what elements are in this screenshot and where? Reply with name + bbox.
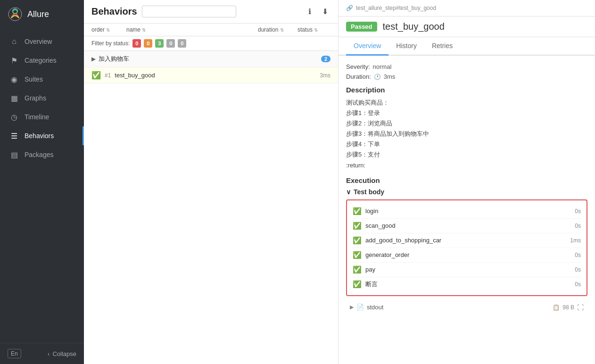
sidebar-item-graphs-label: Graphs bbox=[25, 94, 46, 102]
passed-badge: Passed bbox=[346, 22, 377, 32]
test-row[interactable]: ✅ #1 test_buy_good 3ms bbox=[84, 67, 338, 83]
step-duration-generator: 0s bbox=[575, 252, 581, 258]
sidebar-item-packages[interactable]: ▤ Packages bbox=[0, 145, 84, 164]
timeline-icon: ◷ bbox=[9, 112, 19, 122]
stdout-file-icon: 📄 bbox=[356, 304, 364, 311]
filter-badge-red[interactable]: 0 bbox=[132, 39, 141, 48]
header-icons: ℹ ⬇ bbox=[304, 6, 331, 17]
sidebar-item-categories[interactable]: ⚑ Categories bbox=[0, 51, 84, 70]
stdout-row[interactable]: ▶ 📄 stdout 📋 98 B ⛶ bbox=[346, 301, 587, 314]
suites-icon: ◉ bbox=[9, 74, 19, 84]
order-sort-icon: ⇅ bbox=[106, 27, 110, 33]
col-status[interactable]: status ⇅ bbox=[298, 26, 331, 33]
sidebar-item-graphs[interactable]: ▦ Graphs bbox=[0, 89, 84, 108]
chevron-left-icon: ‹ bbox=[48, 350, 50, 357]
tab-overview[interactable]: Overview bbox=[346, 37, 388, 56]
status-sort-icon: ⇅ bbox=[314, 27, 318, 33]
group-row[interactable]: ▶ 加入购物车 2 bbox=[84, 51, 338, 67]
name-sort-icon: ⇅ bbox=[142, 27, 146, 33]
collapse-label: Collapse bbox=[52, 350, 76, 357]
description-title: Description bbox=[346, 86, 587, 94]
search-input[interactable] bbox=[142, 6, 236, 17]
sidebar-bottom: En ‹ Collapse bbox=[0, 343, 84, 364]
step-check-icon: ✅ bbox=[353, 251, 362, 259]
filter-bar: Filter by status: 0 0 3 0 0 bbox=[84, 36, 338, 51]
stdout-label: stdout bbox=[367, 304, 383, 311]
breadcrumb-link-icon: 🔗 bbox=[346, 5, 353, 11]
group-arrow-icon: ▶ bbox=[91, 56, 96, 62]
test-duration: 3ms bbox=[320, 72, 331, 79]
language-button[interactable]: En bbox=[8, 349, 21, 358]
step-row-pay[interactable]: ✅ pay 0s bbox=[353, 263, 581, 277]
sidebar-item-timeline[interactable]: ◷ Timeline bbox=[0, 108, 84, 126]
sidebar-item-overview[interactable]: ⌂ Overview bbox=[0, 32, 84, 51]
clock-icon: 🕐 bbox=[374, 74, 381, 80]
sidebar-item-overview-label: Overview bbox=[25, 38, 52, 45]
behaviors-header: Behaviors ℹ ⬇ bbox=[84, 0, 338, 24]
test-passed-icon: ✅ bbox=[91, 71, 101, 80]
sidebar-item-categories-label: Categories bbox=[25, 57, 57, 64]
step-name-scan: scan_good bbox=[365, 222, 575, 229]
execution-title: Execution bbox=[346, 176, 587, 184]
sidebar-item-timeline-label: Timeline bbox=[25, 113, 49, 121]
severity-label: Severity: bbox=[346, 63, 370, 70]
step-check-icon: ✅ bbox=[353, 236, 362, 245]
step-row-generator[interactable]: ✅ generator_order 0s bbox=[353, 248, 581, 263]
stdout-arrow-icon: ▶ bbox=[350, 304, 354, 310]
col-order[interactable]: order ⇅ bbox=[91, 26, 124, 33]
step-row-add[interactable]: ✅ add_good_to_shopping_car 1ms bbox=[353, 233, 581, 248]
allure-logo-icon bbox=[8, 7, 23, 22]
filter-badge-gray2[interactable]: 0 bbox=[178, 39, 186, 48]
collapse-button[interactable]: ‹ Collapse bbox=[48, 350, 76, 357]
step-row-scan[interactable]: ✅ scan_good 0s bbox=[353, 219, 581, 233]
stdout-size: 📋 98 B ⛶ bbox=[553, 304, 584, 311]
breadcrumb: test_allure_step#test_buy_good bbox=[356, 5, 436, 11]
duration-label: Duration: bbox=[346, 73, 371, 80]
step-name-login: login bbox=[365, 207, 575, 215]
main-content: Behaviors ℹ ⬇ order ⇅ name ⇅ duratio bbox=[84, 0, 595, 364]
behaviors-panel: Behaviors ℹ ⬇ order ⇅ name ⇅ duratio bbox=[84, 0, 339, 364]
test-title-bar: Passed test_buy_good bbox=[339, 17, 595, 37]
tab-history[interactable]: History bbox=[388, 37, 424, 56]
download-icon[interactable]: ⬇ bbox=[319, 6, 331, 17]
step-row-login[interactable]: ✅ login 0s bbox=[353, 204, 581, 219]
sidebar-item-packages-label: Packages bbox=[25, 151, 53, 158]
step-row-assert[interactable]: ✅ 断言 0s bbox=[353, 277, 581, 291]
filter-label: Filter by status: bbox=[91, 40, 130, 47]
filter-badge-gray[interactable]: 0 bbox=[166, 39, 175, 48]
step-name-pay: pay bbox=[365, 266, 575, 273]
expand-icon[interactable]: ⛶ bbox=[577, 304, 584, 311]
home-icon: ⌂ bbox=[9, 37, 19, 46]
flag-icon: ⚑ bbox=[9, 56, 19, 65]
logo-text: Allure bbox=[27, 9, 49, 19]
info-icon[interactable]: ℹ bbox=[304, 6, 315, 17]
step-duration-pay: 0s bbox=[575, 266, 581, 273]
duration-value: 3ms bbox=[384, 73, 396, 80]
step-check-icon: ✅ bbox=[353, 207, 362, 215]
sidebar-item-behaviors-label: Behaviors bbox=[25, 132, 54, 140]
step-check-icon: ✅ bbox=[353, 280, 362, 289]
sidebar-item-behaviors[interactable]: ☰ Behaviors bbox=[0, 126, 84, 145]
step-duration-add: 1ms bbox=[570, 237, 581, 244]
duration-sort-icon: ⇅ bbox=[280, 27, 284, 33]
filter-badge-green[interactable]: 3 bbox=[155, 39, 164, 48]
step-name-add: add_good_to_shopping_car bbox=[365, 237, 570, 244]
sidebar-item-suites-label: Suites bbox=[25, 75, 43, 83]
duration-row: Duration: 🕐 3ms bbox=[346, 73, 587, 80]
step-duration-assert: 0s bbox=[575, 281, 581, 288]
sidebar-item-suites[interactable]: ◉ Suites bbox=[0, 70, 84, 89]
tabs-bar: Overview History Retries bbox=[339, 37, 595, 56]
right-header: 🔗 test_allure_step#test_buy_good bbox=[339, 0, 595, 17]
step-name-assert: 断言 bbox=[365, 280, 575, 289]
step-name-generator: generator_order bbox=[365, 251, 575, 258]
test-body-label: Test body bbox=[354, 188, 384, 196]
logo: Allure bbox=[0, 0, 84, 28]
packages-icon: ▤ bbox=[9, 150, 19, 159]
stdout-file-size: 98 B bbox=[562, 304, 574, 311]
col-duration[interactable]: duration ⇅ bbox=[258, 26, 296, 33]
test-body-header[interactable]: ∨ Test body bbox=[346, 188, 587, 196]
col-name[interactable]: name ⇅ bbox=[126, 26, 256, 33]
tab-retries[interactable]: Retries bbox=[424, 37, 460, 56]
filter-badge-orange[interactable]: 0 bbox=[144, 39, 152, 48]
step-duration-login: 0s bbox=[575, 208, 581, 215]
